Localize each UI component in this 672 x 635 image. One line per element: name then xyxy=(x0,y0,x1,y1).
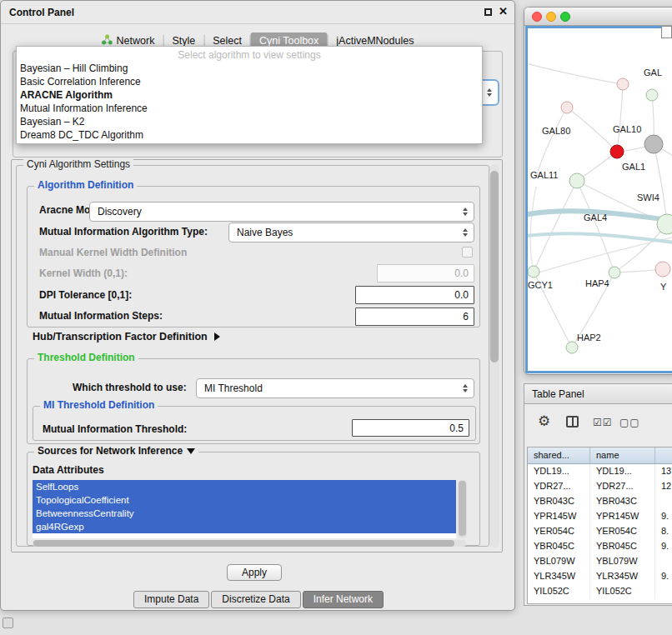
network-node-green[interactable] xyxy=(566,342,578,353)
network-canvas[interactable]: GALGAL80GAL10GAL11GAL1SWI4GAL4GCY1HAP4HA… xyxy=(525,26,672,373)
float-window-icon[interactable] xyxy=(484,8,492,16)
algorithm-option-aracne-algorithm[interactable]: ARACNE Algorithm xyxy=(17,88,482,102)
select-all-icon[interactable]: ☑☑ xyxy=(593,417,613,428)
close-window-icon[interactable]: ✕ xyxy=(499,5,508,18)
column-header[interactable]: name xyxy=(590,448,655,463)
table-cell: YBL079W xyxy=(590,554,655,569)
network-view-window: GALGAL80GAL10GAL11GAL1SWI4GAL4GCY1HAP4HA… xyxy=(524,7,672,375)
scrollbar-thumb[interactable] xyxy=(490,171,499,362)
data-attribute-item[interactable]: BetweennessCentrality xyxy=(33,507,456,520)
mi-threshold-label: Mutual Information Threshold: xyxy=(43,423,187,435)
table-cell: YIL052C xyxy=(528,584,590,599)
node-label: GAL80 xyxy=(542,126,570,136)
mi-threshold-field[interactable]: 0.5 xyxy=(352,419,469,437)
desktop: Control Panel ✕ NetworkStyleSelectCyni T… xyxy=(0,0,672,635)
table-cell: YBR045C xyxy=(528,539,590,554)
scrollbar-thumb[interactable] xyxy=(459,481,466,536)
network-edge xyxy=(654,144,667,224)
data-attribute-item[interactable]: TopologicalCoefficient xyxy=(33,493,456,507)
sources-title-label: Sources for Network Inference xyxy=(38,445,183,457)
table-row[interactable]: YBL079WYBL079W xyxy=(528,554,672,569)
sources-title[interactable]: Sources for Network Inference xyxy=(34,445,198,457)
bottom-tab-impute-data[interactable]: Impute Data xyxy=(133,591,209,608)
settings-gear-icon[interactable]: ⚙ xyxy=(538,412,551,430)
list-vertical-scrollbar[interactable] xyxy=(458,480,467,538)
network-edge xyxy=(536,108,567,177)
data-attributes-list[interactable]: SelfLoopsTopologicalCoefficientBetweenne… xyxy=(33,480,456,538)
table-panel-titlebar[interactable]: Table Panel xyxy=(524,383,672,404)
network-node-pink[interactable] xyxy=(617,78,629,90)
control-panel-titlebar[interactable]: Control Panel ✕ xyxy=(1,1,514,24)
table-row[interactable]: YLR345WYLR345W9. xyxy=(528,569,672,584)
canvas-scrollbar-button[interactable] xyxy=(661,26,672,38)
network-edge xyxy=(577,181,614,272)
panel-corner-icon[interactable] xyxy=(3,618,13,628)
network-node-pink[interactable] xyxy=(561,102,573,113)
manual-kernel-width-label: Manual Kernel Width Definition xyxy=(39,247,187,258)
table-cell: 8. xyxy=(655,524,672,539)
settings-scroll-panel: Cyni Algorithm Settings Algorithm Defini… xyxy=(11,159,503,552)
dpi-tolerance-field[interactable]: 0.0 xyxy=(355,286,474,304)
table-cell: 9. xyxy=(655,569,672,584)
network-node-green[interactable] xyxy=(528,266,539,278)
tab-label: Style xyxy=(172,35,195,47)
bottom-tab-infer-network[interactable]: Infer Network xyxy=(303,591,384,608)
bottom-tab-discretize-data[interactable]: Discretize Data xyxy=(211,591,300,608)
table-row[interactable]: YBR043CYBR043C xyxy=(528,494,672,509)
collapse-sources-icon xyxy=(187,448,195,454)
bottom-tabs: Impute DataDiscretize DataInfer Network xyxy=(1,591,516,608)
close-traffic-light-icon[interactable] xyxy=(532,12,542,22)
which-threshold-value: MI Threshold xyxy=(204,382,263,394)
data-attribute-item[interactable]: gal4RGexp xyxy=(33,520,456,533)
network-node-green[interactable] xyxy=(569,173,584,188)
table-row[interactable]: YBR045CYBR045C9. xyxy=(528,539,672,554)
algorithm-option-mutual-information-inference[interactable]: Mutual Information Inference xyxy=(17,102,482,115)
table-row[interactable]: YER054CYER054C8. xyxy=(528,524,672,539)
scrollbar-thumb[interactable] xyxy=(33,540,454,547)
combo-stepper-icon xyxy=(487,88,492,97)
algorithm-option-bayesian-k2[interactable]: Bayesian – K2 xyxy=(17,115,482,128)
table-cell: 12 xyxy=(655,479,672,494)
table-row[interactable]: YPR145WYPR145W9. xyxy=(528,509,672,524)
algorithm-option-bayesian-hill-climbing[interactable]: Bayesian – Hill Climbing xyxy=(17,62,482,75)
data-attributes-label: Data Attributes xyxy=(33,464,104,476)
table-cell: YDL19... xyxy=(528,464,590,479)
algorithm-option-basic-correlation-inference[interactable]: Basic Correlation Inference xyxy=(17,75,482,88)
table-panel-window: ⚙☑☑▢▢ shared...name YDL19...YDL19...13YD… xyxy=(524,404,672,606)
column-header[interactable] xyxy=(655,448,672,463)
mi-steps-field[interactable]: 6 xyxy=(355,308,474,326)
network-node-pink[interactable] xyxy=(655,262,670,277)
deselect-all-icon[interactable]: ▢▢ xyxy=(619,417,640,428)
hub-definition-expander[interactable]: Hub/Transcription Factor Definition xyxy=(33,331,220,342)
network-node-green[interactable] xyxy=(646,89,658,101)
network-window-titlebar[interactable] xyxy=(524,8,672,26)
table-row[interactable]: YDL19...YDL19...13 xyxy=(528,464,672,479)
which-threshold-combobox[interactable]: MI Threshold xyxy=(196,378,474,398)
table-cell: 9. xyxy=(655,509,672,524)
table-cell: YLR345W xyxy=(590,569,655,584)
expand-right-icon xyxy=(214,332,220,341)
algorithm-option-dream8-dc-tdc-algorithm[interactable]: Dream8 DC_TDC Algorithm xyxy=(17,128,482,142)
data-attribute-item[interactable]: SelfLoops xyxy=(33,480,456,493)
node-label: HAP2 xyxy=(577,332,601,342)
network-node-red[interactable] xyxy=(610,145,624,158)
network-graph: GALGAL80GAL10GAL11GAL1SWI4GAL4GCY1HAP4HA… xyxy=(528,28,672,373)
settings-scrollbar[interactable] xyxy=(489,164,499,548)
minimize-traffic-light-icon[interactable] xyxy=(546,12,556,22)
network-node-green[interactable] xyxy=(609,267,620,278)
mi-algorithm-type-label: Mutual Information Algorithm Type: xyxy=(39,226,208,238)
aracne-mode-combobox[interactable]: Discovery xyxy=(89,202,474,222)
list-horizontal-scrollbar[interactable] xyxy=(33,540,466,547)
table-row[interactable]: YDR27...YDR27...12 xyxy=(528,479,672,494)
tab-label: Select xyxy=(213,35,242,47)
zoom-traffic-light-icon[interactable] xyxy=(560,12,570,22)
dpi-tolerance-label: DPI Tolerance [0,1]: xyxy=(39,289,132,301)
node-table: shared...name YDL19...YDL19...13YDR27...… xyxy=(527,447,672,604)
apply-button[interactable]: Apply xyxy=(227,564,282,581)
table-panel-title: Table Panel xyxy=(532,388,584,400)
columns-icon[interactable] xyxy=(566,416,579,428)
mi-algorithm-type-combobox[interactable]: Naive Bayes xyxy=(228,222,474,242)
column-header[interactable]: shared... xyxy=(528,448,590,463)
network-node-gray[interactable] xyxy=(644,135,663,153)
table-row[interactable]: YIL052CYIL052C xyxy=(528,584,672,599)
